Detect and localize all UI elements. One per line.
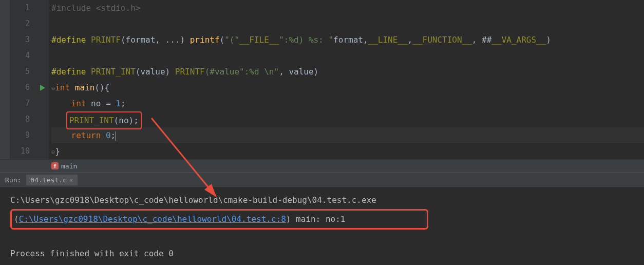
- file-link[interactable]: C:\Users\gzc0918\Desktop\c_code\hellowor…: [19, 214, 286, 224]
- console-line: Process finished with exit code 0: [10, 246, 634, 261]
- line-number[interactable]: 5: [10, 64, 30, 80]
- run-tab[interactable]: 04.test.c ×: [26, 175, 77, 185]
- console-line: C:\Users\gzc0918\Desktop\c_code\hellowor…: [10, 193, 634, 208]
- left-sidebar: [0, 0, 10, 159]
- code-line: #include <stdio.h>: [51, 0, 644, 16]
- function-icon: f: [51, 162, 59, 169]
- console-output[interactable]: C:\Users\gzc0918\Desktop\c_code\hellowor…: [0, 187, 644, 265]
- line-number[interactable]: 1: [10, 0, 30, 16]
- run-tab-name: 04.test.c: [30, 176, 66, 184]
- editor-area: 1 2 3 4 5 6 7 8 9 10 #include <stdio.h> …: [0, 0, 644, 159]
- line-number[interactable]: 10: [10, 143, 30, 159]
- run-label: Run:: [5, 176, 21, 184]
- code-line: ⊖int main(){: [51, 80, 644, 96]
- line-number[interactable]: 3: [10, 32, 30, 48]
- code-editor[interactable]: #include <stdio.h> #define PRINTF(format…: [49, 0, 644, 159]
- gutter-icons: [36, 0, 49, 159]
- line-number[interactable]: 2: [10, 16, 30, 32]
- close-icon[interactable]: ×: [69, 176, 73, 184]
- run-gutter-icon[interactable]: [36, 80, 49, 96]
- highlight-box: (C:\Users\gzc0918\Desktop\c_code\hellowo…: [10, 209, 428, 230]
- code-line: #define PRINTF(format, ...) printf("("__…: [51, 32, 644, 48]
- highlight-box: PRINT_INT(no);: [66, 111, 142, 129]
- code-line: #define PRINT_INT(value) PRINTF(#value":…: [51, 64, 644, 80]
- play-icon: [40, 85, 45, 91]
- code-line: PRINT_INT(no);: [51, 111, 644, 127]
- breadcrumb-item[interactable]: main: [61, 162, 77, 170]
- code-line-current: return 0;: [51, 127, 644, 143]
- line-number[interactable]: 6: [10, 80, 30, 96]
- breadcrumb-bar: f main: [0, 159, 644, 172]
- console-line: (C:\Users\gzc0918\Desktop\c_code\hellowo…: [14, 214, 425, 224]
- line-number[interactable]: 9: [10, 127, 30, 143]
- line-number-gutter: 1 2 3 4 5 6 7 8 9 10: [10, 0, 36, 159]
- line-number[interactable]: 7: [10, 96, 30, 111]
- console-line: [10, 231, 634, 246]
- line-number[interactable]: 4: [10, 48, 30, 64]
- code-line: [51, 48, 644, 64]
- code-line: ⊖}: [51, 143, 644, 159]
- code-line: [51, 16, 644, 32]
- line-number[interactable]: 8: [10, 111, 30, 127]
- text-cursor: [116, 131, 116, 141]
- code-line: int no = 1;: [51, 96, 644, 111]
- run-toolbar: Run: 04.test.c ×: [0, 172, 644, 187]
